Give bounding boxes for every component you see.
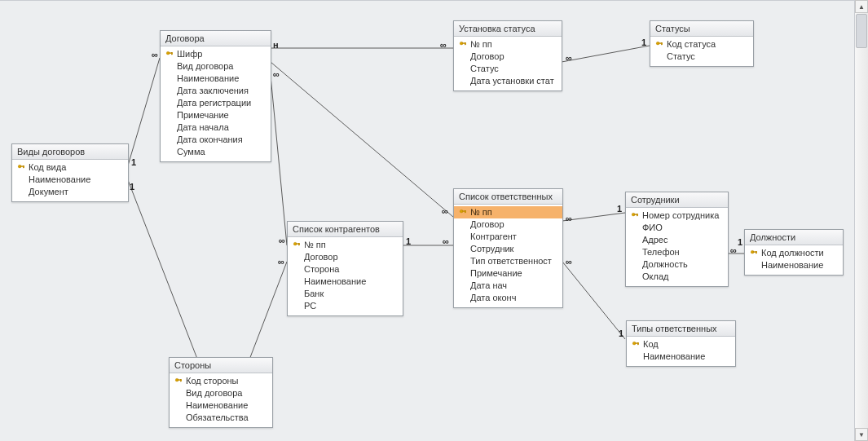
field-name: Дата нач (469, 280, 507, 292)
table-dolzhnosti[interactable]: Должности Код должностиНаименование (744, 229, 844, 276)
field-name: Дата начала (175, 121, 229, 134)
table-dogovora[interactable]: Договора ШифрВид договораНаименованиеДат… (160, 30, 271, 162)
table-field[interactable]: Код стороны (170, 375, 272, 387)
table-field[interactable]: Код должности (745, 247, 843, 259)
table-field[interactable]: Наименование (170, 399, 272, 412)
table-field[interactable]: Дата нач (454, 280, 562, 292)
table-field[interactable]: ФИО (626, 222, 728, 234)
primary-key-icon (165, 51, 174, 59)
table-field[interactable]: Дата окончания (161, 134, 271, 146)
table-field[interactable]: Наименование (288, 276, 403, 288)
table-fields: Код видаНаименованиеДокумент (12, 160, 128, 201)
table-field[interactable]: Примечание (454, 267, 562, 280)
relationships-canvas[interactable]: 1 ∞ 1 ∞ н ∞ ∞ ∞ ∞ ∞ 1 1 ∞ 1 ∞ ∞ 1 ∞ 1 ∞ … (0, 0, 855, 441)
svg-rect-34 (756, 251, 757, 254)
table-field[interactable]: № пп (288, 239, 403, 251)
table-title: Список контрагентов (288, 222, 403, 237)
table-field[interactable]: Дата установки стат (454, 75, 562, 87)
table-field[interactable]: Код вида (12, 161, 128, 174)
table-field[interactable]: Наименование (161, 73, 271, 85)
svg-rect-25 (299, 243, 300, 245)
table-field[interactable]: Должность (626, 258, 728, 271)
table-field[interactable]: Статус (650, 51, 753, 63)
table-field[interactable]: Банк (288, 288, 403, 300)
table-vidy-dogovorov[interactable]: Виды договоров Код видаНаименованиеДокум… (11, 143, 129, 202)
table-field[interactable]: № пп (454, 206, 562, 218)
table-field[interactable]: Телефон (626, 246, 728, 258)
table-field[interactable]: Документ (12, 186, 128, 198)
field-name: Наименование (184, 399, 248, 412)
table-ustanovka-statusa[interactable]: Установка статуса № ппДоговорСтатусДата … (453, 20, 562, 91)
field-name: Дата окончания (175, 134, 243, 146)
key-column (291, 241, 302, 249)
table-tipy-otvetstvennyh[interactable]: Типы ответственных КодНаименование (626, 320, 736, 367)
vertical-scrollbar[interactable]: ▲ ▼ (854, 0, 868, 441)
key-column (748, 249, 760, 258)
svg-rect-31 (637, 214, 638, 216)
table-field[interactable]: Сторона (288, 263, 403, 276)
table-field[interactable]: Оклад (626, 271, 728, 283)
table-field[interactable]: Дата регистрации (161, 97, 271, 109)
table-field[interactable]: Дата начала (161, 121, 271, 134)
table-field[interactable]: Номер сотрудника (626, 209, 728, 222)
table-field[interactable]: Контрагент (454, 231, 562, 243)
table-field[interactable]: Дата оконч (454, 292, 562, 304)
table-field[interactable]: Наименование (12, 174, 128, 186)
table-field[interactable]: № пп (454, 38, 562, 51)
svg-rect-28 (465, 210, 466, 213)
primary-key-icon (459, 209, 467, 217)
table-field[interactable]: Шифр (161, 48, 271, 60)
table-field[interactable]: Вид договора (170, 387, 272, 399)
table-field[interactable]: Дата заключения (161, 85, 271, 97)
field-name: Наименование (760, 259, 823, 271)
svg-line-3 (271, 62, 453, 217)
primary-key-icon (17, 164, 25, 172)
table-field[interactable]: Сумма (161, 146, 271, 158)
card-many-n: н (273, 40, 279, 50)
table-field[interactable]: Статус (454, 63, 562, 75)
svg-rect-22 (662, 42, 663, 45)
primary-key-icon (293, 241, 301, 249)
table-title: Типы ответственных (627, 321, 735, 337)
table-spisok-otvetstvennyh[interactable]: Список ответственных № ппДоговорКонтраге… (453, 188, 563, 308)
field-name: Контрагент (469, 231, 517, 243)
field-name: Код (641, 338, 659, 351)
table-field[interactable]: Примечание (161, 109, 271, 121)
field-name: Телефон (641, 246, 680, 258)
table-title: Виды договоров (12, 144, 128, 160)
table-field[interactable]: Наименование (627, 351, 735, 363)
svg-rect-16 (172, 52, 173, 55)
key-column (15, 164, 27, 172)
table-field[interactable]: Адрес (626, 234, 728, 246)
field-name: ФИО (641, 222, 663, 234)
table-field[interactable]: Договор (454, 218, 562, 231)
scroll-up-button[interactable]: ▲ (855, 0, 868, 13)
field-name: Дата оконч (469, 292, 516, 304)
card-inf: ∞ (152, 50, 157, 60)
card-inf: ∞ (279, 236, 284, 245)
field-name: Документ (27, 186, 68, 198)
table-field[interactable]: Вид договора (161, 60, 271, 73)
table-field[interactable]: Обязательства (170, 412, 272, 424)
table-storony[interactable]: Стороны Код стороныВид договораНаименова… (169, 357, 273, 428)
table-field[interactable]: Договор (454, 51, 562, 63)
table-field[interactable]: Сотрудник (454, 243, 562, 255)
scroll-down-button[interactable]: ▼ (855, 428, 868, 441)
table-field[interactable]: Код (627, 338, 735, 351)
table-field[interactable]: РС (288, 300, 403, 312)
card-one: 1 (131, 157, 136, 167)
table-statusy[interactable]: Статусы Код статусаСтатус (650, 20, 754, 67)
field-name: Номер сотрудника (641, 209, 719, 222)
field-name: Шифр (175, 48, 202, 60)
table-field[interactable]: Договор (288, 251, 403, 263)
svg-rect-40 (181, 379, 182, 381)
table-sotrudniki[interactable]: Сотрудники Номер сотрудникаФИОАдресТелеф… (625, 192, 729, 287)
table-field[interactable]: Тип ответственност (454, 255, 562, 267)
table-field[interactable]: Код статуса (650, 38, 753, 51)
field-name: Договор (302, 251, 338, 263)
table-spisok-kontragentov[interactable]: Список контрагентов № ппДоговорСторонаНа… (287, 221, 403, 316)
card-one: 1 (617, 204, 622, 214)
table-field[interactable]: Наименование (745, 259, 843, 271)
field-name: Статус (469, 63, 499, 75)
scroll-thumb[interactable] (856, 14, 867, 48)
